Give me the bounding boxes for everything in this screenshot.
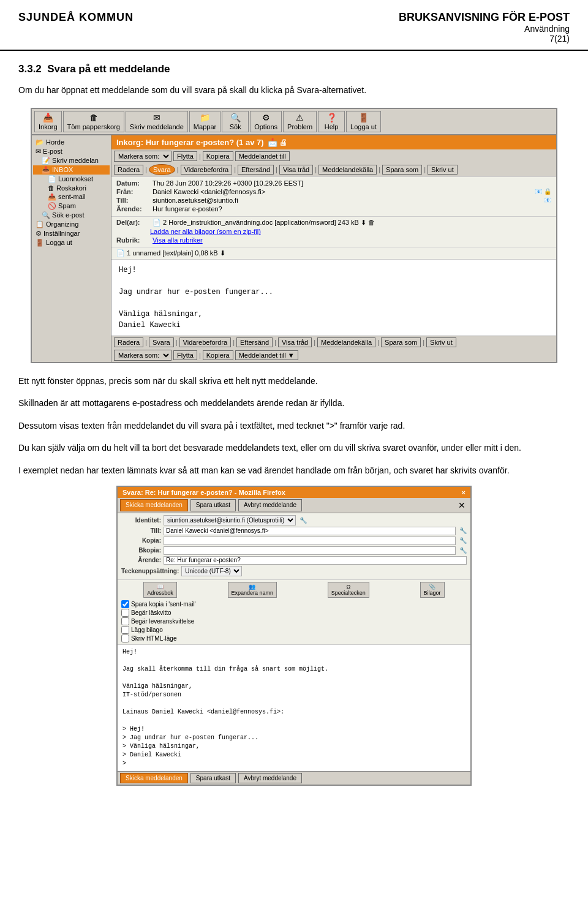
cb-spara-kopia[interactable] (121, 600, 129, 608)
meddelandet-btn-bottom[interactable]: Meddelandet till ▼ (235, 350, 298, 360)
visa-trad-btn-bottom[interactable]: Visa tråd (278, 337, 312, 347)
avbryt-btn[interactable]: Avbryt meddelande (238, 499, 302, 511)
body-line-5: Daniel Kawecki (119, 320, 549, 331)
skicka-btn[interactable]: Skicka meddelanden (120, 499, 188, 511)
del-label: Del(ar): (116, 219, 150, 226)
body-para-3: Dessutom visas texten från meddelandet d… (18, 419, 570, 432)
kopiera-btn[interactable]: Kopiera (203, 151, 233, 161)
doc-title: BRUKSANVISNING FÖR E-POST (399, 11, 570, 24)
msg-actions-bottom-2: Markera som: Flytta | Kopiera Meddelande… (111, 348, 556, 362)
checkbox-1: Begär läskvitto (121, 609, 467, 617)
email-right: Inkorg: Hur fungerar e-posten? (1 av 7) … (111, 135, 556, 362)
download-icon: ⬇ 🗑 (361, 219, 375, 226)
bkopia-input[interactable] (164, 546, 456, 555)
reply-arende-label: Ärende: (121, 557, 161, 563)
markera-select-bottom[interactable]: Markera som: (114, 350, 172, 361)
avbryt-bottom-btn[interactable]: Avbryt meddelande (238, 773, 302, 783)
msg-title-bar: Inkorg: Hur fungerar e-posten? (1 av 7) … (111, 135, 556, 149)
checkbox-2: Begär leveranskvittelse (121, 617, 467, 625)
visa-trad-btn[interactable]: Visa tråd (279, 165, 313, 175)
cb-begar-leverans[interactable] (121, 617, 129, 625)
spara-som-btn-bottom[interactable]: Spara som (381, 337, 421, 347)
cb-lagg-bilago[interactable] (121, 626, 129, 634)
cb-html-lage[interactable] (121, 634, 129, 642)
toolbar-tom[interactable]: 🗑 Töm papperskorg (63, 111, 124, 132)
teckenupp-select[interactable]: Unicode (UTF-8) (181, 566, 242, 576)
sidebar-item-organizing[interactable]: 📋 Organizing (33, 220, 110, 229)
body-line-4: Vänliga hälsningar, (119, 309, 549, 320)
spara-utkast-btn[interactable]: Spara utkast (190, 499, 236, 511)
eftersand-btn-bottom[interactable]: Eftersänd (236, 337, 273, 347)
skriv-ut-btn[interactable]: Skriv ut (428, 165, 458, 175)
kopia-icon: 🔧 (459, 537, 467, 544)
spara-som-btn[interactable]: Spara som (382, 165, 422, 175)
radera-btn[interactable]: Radera (114, 165, 143, 175)
vidarebefordra-btn[interactable]: Vidarebefordra (181, 165, 233, 175)
datum-value: Thu 28 Jun 2007 10:29:26 +0300 [10.29.26… (153, 179, 551, 187)
svara-btn[interactable]: Svara (149, 164, 175, 175)
toolbar-help[interactable]: ❓ Help (318, 111, 345, 132)
reply-body-line-6 (123, 699, 466, 708)
kopia-input[interactable] (164, 537, 456, 545)
reply-close-btn[interactable]: × (462, 489, 466, 496)
toolbar-sok[interactable]: 🔍 Sök (222, 111, 249, 132)
page-header: SJUNDEÅ KOMMUN BRUKSANVISNING FÖR E-POST… (0, 0, 588, 51)
skicka-bottom-btn[interactable]: Skicka meddelanden (120, 773, 188, 783)
file-icon: 📄 (153, 219, 161, 226)
specialtecken-btn[interactable]: Ω Specialtecken (328, 582, 369, 598)
reply-body[interactable]: Hej! Jag skall återkomma till din fråga … (118, 644, 470, 771)
cb-begar-laskvitto[interactable] (121, 609, 129, 617)
radera-btn-bottom[interactable]: Radera (114, 337, 143, 347)
sidebar-item-luonnokset[interactable]: 📄 Luonnokset (33, 175, 110, 184)
meddelandet-btn[interactable]: Meddelandet till (235, 151, 290, 161)
arende-value: Hur fungerar e-posten? (153, 205, 551, 213)
bkopia-icon: 🔧 (459, 547, 467, 554)
toolbar-options[interactable]: ⚙ Options (250, 111, 282, 132)
markera-select[interactable]: Markera som: (114, 151, 172, 162)
sidebar-item-installningar[interactable]: ⚙ Inställningar (33, 229, 110, 238)
sidebar-item-roskakori[interactable]: 🗑 Roskakori (33, 184, 110, 192)
bkopia-label: Bkopia: (121, 547, 161, 554)
meddelandekalla-btn[interactable]: Meddelandekälla (318, 165, 377, 175)
reply-close-icon[interactable]: ✕ (456, 499, 468, 511)
meddelandekalla-btn-bottom[interactable]: Meddelandekälla (317, 337, 375, 347)
fran-label: Från: (116, 188, 150, 195)
arende-input[interactable] (164, 556, 467, 565)
sidebar-item-logga-ut[interactable]: 🚪 Logga ut (33, 238, 110, 247)
bilagor-btn[interactable]: 📎 Bilagor (420, 582, 445, 598)
flytta-btn-bottom[interactable]: Flytta (173, 350, 197, 360)
sidebar-item-spam[interactable]: 🚫 Spam (33, 201, 110, 211)
till-input[interactable] (164, 527, 456, 535)
spara-utkast-bottom-btn[interactable]: Spara utkast (190, 773, 236, 783)
identitet-select[interactable]: siuntion.asetukset@siuntio.fi (Oletuspro… (164, 515, 296, 525)
reply-body-line-5: IT-stöd/personen (123, 691, 466, 699)
skriv-ut-btn-bottom[interactable]: Skriv ut (426, 337, 456, 347)
eftersand-btn[interactable]: Eftersänd (238, 165, 274, 175)
toolbar-logga-ut[interactable]: 🚪 Logga ut (346, 111, 381, 132)
specialtecken-icon: Ω (346, 584, 350, 590)
adressbok-btn[interactable]: 📖 Adressbok (143, 582, 177, 598)
body-line-3 (119, 298, 549, 309)
sidebar-item-epost[interactable]: ✉ E-post (33, 147, 110, 156)
body-para-4: Du kan själv välja om du helt vill ta bo… (18, 441, 570, 454)
sidebar-item-sent[interactable]: 📤 sent-mail (33, 192, 110, 201)
toolbar-problem[interactable]: ⚠ Problem (283, 111, 317, 132)
flytta-btn[interactable]: Flytta (173, 151, 197, 161)
sidebar-item-skriv[interactable]: 📝 Skriv meddelan (33, 156, 110, 165)
vidarebefordra-btn-bottom[interactable]: Vidarebefordra (179, 337, 232, 347)
ladda-ner-link[interactable]: Ladda ner alla bilagor (som en zip-fil) (150, 228, 261, 235)
toolbar-skriv[interactable]: ✉ Skriv meddelande (126, 111, 188, 132)
expandera-btn[interactable]: 👥 Expandera namn (228, 582, 277, 598)
toolbar-mappar[interactable]: 📁 Mappar (189, 111, 221, 132)
kopiera-btn-bottom[interactable]: Kopiera (203, 350, 233, 360)
fran-value: Daniel Kawecki <daniel@fennosys.fi> (153, 188, 532, 195)
toolbar-inkorg[interactable]: 📥 Inkorg (34, 111, 62, 132)
rubrik-link[interactable]: Visa alla rubriker (153, 236, 203, 244)
sidebar-item-horde[interactable]: 📂 Horde (33, 138, 110, 147)
svara-btn-bottom[interactable]: Svara (149, 337, 174, 347)
sidebar-item-inbox[interactable]: 📥 INBOX (33, 165, 110, 175)
options-icon: ⚙ (262, 113, 270, 122)
del-value: 📄 2 Horde_instruktion_användning.doc [ap… (153, 219, 551, 227)
unnamed-attachment: 📄 1 unnamed [text/plain] 0,08 kB ⬇ (111, 247, 556, 260)
sidebar-item-sok[interactable]: 🔍 Sök e-post (33, 211, 110, 220)
